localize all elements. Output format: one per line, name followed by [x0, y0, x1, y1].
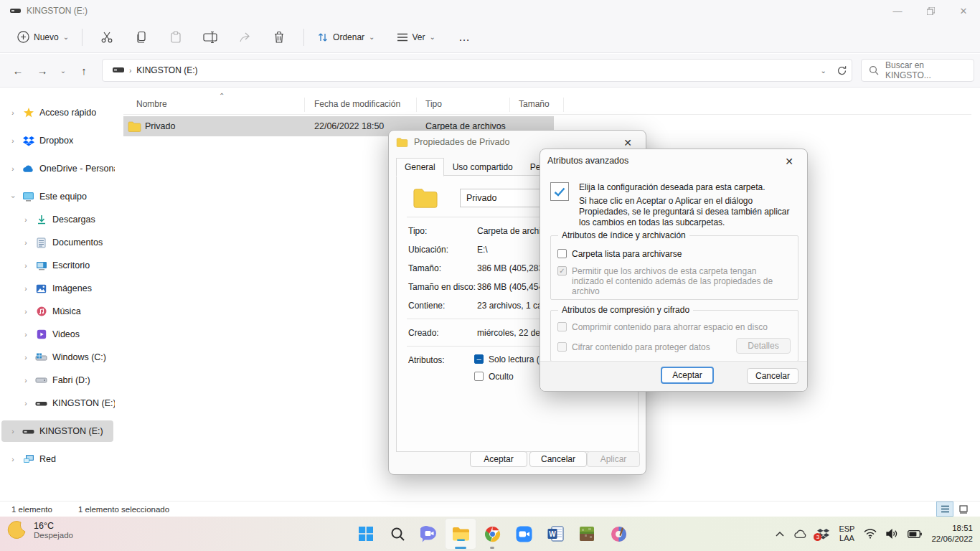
column-separator[interactable] [304, 98, 305, 112]
word-button[interactable]: W [540, 518, 571, 550]
archive-checkbox-row[interactable]: Carpeta lista para archivarse [557, 249, 682, 259]
address-dropdown-icon[interactable]: ⌄ [821, 67, 826, 75]
tab-sharing[interactable]: Uso compartido [444, 158, 522, 176]
encrypt-checkbox-row[interactable]: Cifrar contenido para proteger datos [557, 342, 710, 352]
chevron-right-icon[interactable]: › [22, 354, 30, 362]
chevron-right-icon[interactable]: › [9, 137, 17, 145]
search-input[interactable]: Buscar en KINGSTO... [861, 59, 974, 82]
teams-chat-button[interactable] [413, 518, 445, 550]
breadcrumb-drive[interactable]: KINGSTON (E:) [136, 65, 197, 75]
address-bar[interactable]: › KINGSTON (E:) ⌄ [102, 59, 852, 82]
sidebar-item-desktop[interactable]: › Escritorio [1, 255, 113, 276]
tab-general[interactable]: General [396, 158, 444, 176]
chevron-right-icon[interactable]: › [22, 239, 30, 247]
hidden-icons-chevron[interactable] [776, 531, 784, 537]
wifi-icon[interactable] [864, 529, 877, 539]
copy-button[interactable] [130, 26, 153, 49]
archive-checkbox[interactable] [557, 249, 567, 258]
sidebar-item-kingston-e[interactable]: › KINGSTON (E:) [1, 392, 113, 414]
rename-button[interactable] [199, 26, 222, 49]
chevron-right-icon[interactable]: › [22, 262, 30, 270]
properties-ok-button[interactable]: Aceptar [470, 451, 527, 467]
properties-cancel-button[interactable]: Cancelar [529, 451, 587, 467]
icons-view-button[interactable] [956, 502, 971, 516]
file-explorer-button[interactable] [445, 518, 476, 550]
share-button[interactable] [233, 26, 256, 49]
chevron-right-icon[interactable]: › [22, 285, 30, 293]
hidden-checkbox-row[interactable]: Oculto [474, 372, 514, 382]
battery-icon[interactable] [908, 530, 922, 538]
chevron-right-icon[interactable]: › [9, 428, 17, 435]
back-button[interactable]: ← [7, 60, 29, 81]
more-options-button[interactable]: … [453, 27, 477, 48]
column-separator[interactable] [416, 98, 417, 112]
compress-checkbox-row[interactable]: Comprimir contenido para ahorrar espacio… [557, 322, 768, 332]
refresh-button[interactable] [837, 65, 847, 76]
up-button[interactable]: ↑ [73, 60, 95, 81]
compress-checkbox[interactable] [557, 322, 567, 331]
sidebar-item-fabri-d[interactable]: › Fabri (D:) [1, 369, 113, 391]
weather-widget[interactable]: 16°C Despejado [6, 519, 73, 541]
search-taskbar-button[interactable] [382, 518, 413, 550]
paint3d-button[interactable] [603, 518, 634, 550]
sidebar-item-onedrive[interactable]: › OneDrive - Personal [1, 158, 113, 179]
chevron-right-icon[interactable]: › [22, 308, 30, 316]
start-button[interactable] [350, 518, 382, 550]
dropbox-tray-icon[interactable]: 3 [817, 528, 829, 540]
details-button[interactable]: Detalles [736, 338, 791, 354]
sidebar-item-pictures[interactable]: › Imágenes [1, 278, 113, 299]
index-checkbox[interactable]: ✓ [557, 266, 567, 276]
chevron-right-icon[interactable]: › [22, 216, 30, 224]
sidebar-item-videos[interactable]: › Videos [1, 324, 113, 345]
chevron-right-icon[interactable]: › [9, 165, 17, 173]
column-header-type[interactable]: Tipo [425, 99, 442, 109]
view-button[interactable]: Ver ⌄ [391, 28, 441, 47]
clock[interactable]: 18:51 22/06/2022 [931, 523, 976, 545]
sidebar-item-downloads[interactable]: › Descargas [1, 209, 113, 230]
sidebar-item-dropbox[interactable]: › Dropbox [1, 130, 113, 151]
new-button[interactable]: Nuevo ⌄ [11, 27, 75, 47]
hidden-checkbox[interactable] [474, 372, 484, 381]
advanced-ok-button[interactable]: Aceptar [661, 367, 714, 384]
cut-button[interactable] [95, 26, 118, 49]
close-button[interactable]: ✕ [947, 0, 980, 22]
column-header-size[interactable]: Tamaño [519, 99, 550, 109]
chevron-right-icon[interactable]: › [22, 400, 30, 408]
properties-apply-button[interactable]: Aplicar [587, 451, 640, 467]
chevron-right-icon[interactable]: › [9, 109, 17, 117]
sidebar-item-music[interactable]: › Música [1, 301, 113, 322]
chevron-right-icon[interactable]: › [22, 377, 30, 385]
column-separator[interactable] [509, 98, 510, 112]
sidebar-item-kingston-e-selected[interactable]: › KINGSTON (E:) [1, 420, 113, 442]
volume-icon[interactable] [886, 529, 898, 539]
index-checkbox-row[interactable]: ✓ Permitir que los archivos de esta carp… [557, 266, 798, 296]
minimize-button[interactable]: — [881, 0, 914, 22]
chrome-button[interactable] [476, 518, 508, 550]
language-indicator[interactable]: ESP LAA [839, 524, 854, 543]
onedrive-tray-icon[interactable] [793, 529, 808, 539]
zoom-button[interactable] [508, 518, 540, 550]
advanced-cancel-button[interactable]: Cancelar [747, 368, 798, 384]
chevron-right-icon[interactable]: › [9, 456, 17, 463]
chevron-right-icon[interactable]: › [22, 331, 30, 339]
encrypt-checkbox[interactable] [557, 342, 567, 352]
chevron-down-icon[interactable]: › [9, 192, 17, 201]
delete-button[interactable] [268, 26, 291, 49]
details-view-button[interactable] [937, 502, 953, 516]
column-header-modified[interactable]: Fecha de modificación [314, 99, 400, 109]
restore-button[interactable] [914, 0, 947, 22]
sidebar-item-network[interactable]: › Red [1, 448, 113, 470]
paste-button[interactable] [164, 26, 187, 49]
readonly-checkbox[interactable]: – [474, 354, 484, 364]
forward-button[interactable]: → [32, 60, 53, 81]
sidebar-item-documents[interactable]: › Documentos [1, 232, 113, 253]
sort-button[interactable]: Ordenar ⌄ [311, 27, 380, 47]
column-header-name[interactable]: Nombre [136, 99, 167, 109]
sidebar-item-this-pc[interactable]: › Este equipo [1, 186, 113, 207]
sidebar-item-windows-c[interactable]: › Windows (C:) [1, 347, 113, 368]
close-icon[interactable]: ✕ [778, 154, 800, 169]
recent-locations-button[interactable]: ⌄ [56, 60, 70, 81]
sidebar-item-quick-access[interactable]: › Acceso rápido [1, 102, 113, 123]
minecraft-button[interactable] [571, 518, 603, 550]
column-separator[interactable] [563, 98, 564, 112]
